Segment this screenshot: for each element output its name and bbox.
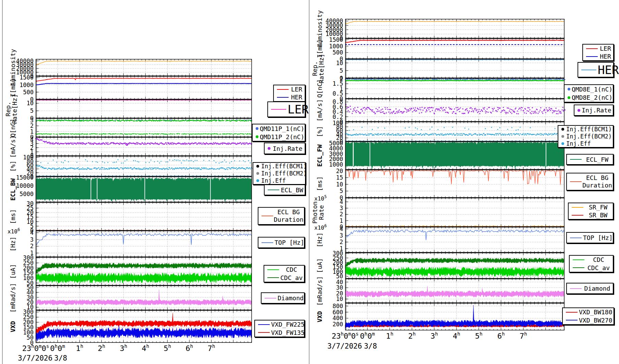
plot-inj-rate [36, 137, 252, 156]
legend-entry: HER [274, 93, 305, 101]
plot-inj-eff [36, 156, 252, 177]
plot-inj-eff [345, 122, 565, 142]
series-VXD_FW225 [36, 326, 252, 341]
legend-entry: Inj.Eff(BCM2) [558, 133, 613, 140]
legend-entry: QMD11P_2(nC) [253, 133, 305, 141]
background-monitor-screen: Luminosity400003000020000100000I[mA]1500… [0, 0, 619, 364]
row-vxd: VXD800600400200 [310, 303, 565, 330]
row-inj-eff: [%]100806040200 [310, 122, 565, 142]
dot-marker-icon [578, 109, 580, 112]
dot-marker-icon [256, 179, 259, 182]
legend-label: TOP [Hz] [582, 234, 614, 241]
legend-entry: Inj.Eff(BCM1) [253, 163, 305, 170]
plot-vxd [36, 310, 252, 343]
legend-entry: HER [583, 52, 613, 60]
plot-diamond [36, 286, 252, 310]
legend-label: ECL_FW [582, 156, 613, 163]
legend-entry: ECL BGDuration [567, 173, 613, 190]
legend-label: Inj.Rate [580, 107, 613, 114]
row-inj-rate: [mA/s]0.80.60.40.20 [310, 99, 565, 122]
tick-label: 2 [310, 239, 343, 245]
series-LER [36, 78, 252, 81]
date-label: 3/7/2026 [327, 342, 362, 350]
series-ECL_FW [345, 142, 564, 169]
series-CDC_av [36, 263, 252, 274]
plot-ecl-bw [36, 177, 252, 202]
series-Luminosity [345, 21, 565, 24]
dot-marker-icon [568, 96, 570, 99]
line-marker-icon [277, 89, 289, 90]
tick-label: 4 [3, 229, 34, 236]
dot-marker-icon [256, 165, 259, 168]
legend-entry: HER [578, 63, 613, 77]
tick-label: 10 [310, 295, 343, 302]
plot-cdc [345, 253, 565, 279]
tick-label: 15000 [3, 174, 34, 181]
line-marker-icon [586, 48, 598, 49]
legend-label: CDC [279, 266, 304, 273]
legend-label: QMD8E_1(nC) [570, 86, 614, 93]
line-marker-icon [262, 216, 273, 216]
row-charge: Q[nC]3210 [3, 118, 252, 137]
tick-label: 20 [310, 168, 343, 174]
tick-label: 200 [310, 321, 343, 328]
legend-label: HER [596, 63, 619, 77]
plot-ecl-bg-duration [345, 170, 565, 198]
tick-label: 500 [310, 49, 343, 56]
tick-label: 1500 [310, 36, 343, 43]
row-top: [Hz]x1064321 [310, 227, 565, 253]
legend-diamond: Diamond [566, 283, 614, 294]
legend-label: QMD11P_1(nC) [258, 125, 306, 132]
x-axis-label: 7h [187, 343, 235, 353]
line-marker-icon [566, 312, 578, 313]
legend-label: Inj.Rate [270, 145, 305, 152]
dot-marker-icon [561, 135, 564, 138]
dot-marker-icon [561, 142, 564, 145]
x-axis-label: 7h [499, 331, 547, 340]
series-Inj.Eff(BCM2) [345, 133, 565, 136]
legend-label: ECL_BW [279, 186, 305, 194]
line-marker-icon [277, 97, 289, 98]
legend-ler-her: LERHER [582, 44, 614, 61]
dot-marker-icon [568, 88, 570, 90]
row-inj-rate: [mA/s]43210 [3, 137, 252, 156]
line-marker-icon [572, 207, 583, 208]
legend-label: Inj.Eff(BCM2) [259, 170, 308, 177]
row-current: I[mA]150010005000 [3, 76, 252, 99]
tick-label: 1000 [310, 161, 343, 168]
legend-inj-eff: Inj.Eff(BCM1)Inj.Eff(BCM2)Inj.Eff [558, 125, 614, 148]
legend-entry: Inj.Eff(BCM2) [253, 170, 305, 177]
legend-entry: Inj.Rate [574, 105, 613, 115]
tick-label: 4 [310, 226, 343, 232]
legend-label: SR_BW [583, 211, 613, 219]
line-marker-icon [268, 190, 279, 190]
row-ecl-bg-duration: [ms]20151050 [310, 170, 565, 198]
tick-label: 1500 [3, 74, 34, 81]
line-marker-icon [573, 259, 584, 260]
row-luminosity: Luminosity400003000020000100000 [310, 19, 565, 38]
tick-label: 3 [310, 205, 343, 211]
row-diamond: [mRad/s]5040302010 [3, 286, 252, 310]
legend-entry: TOP [Hz] [258, 238, 304, 247]
series-LER [345, 40, 565, 43]
legend-label: Inj.Eff [564, 140, 613, 147]
row-photon-rate: PhotonRatex10543210 [310, 198, 565, 227]
tick-label: 1 [310, 217, 343, 224]
legend-label: CDC_av [279, 274, 304, 281]
legend-label: SR_FW [583, 204, 613, 211]
legend-entry: Inj.Eff(BCM1) [558, 126, 613, 133]
row-rep-rate: Rep.Rate[Hz]1050 [3, 99, 252, 118]
dot-marker-icon [256, 127, 258, 130]
legend-ring-big: HER [578, 62, 614, 77]
line-marker-icon [570, 181, 582, 182]
legend-label: HER [598, 53, 613, 60]
line-marker-icon [573, 267, 584, 268]
legend-label: VXD_FW135 [270, 329, 306, 336]
tick-label: 5 [3, 107, 34, 114]
series-ECL_BW [36, 178, 252, 202]
row-current: I[mA]150010005000 [310, 38, 565, 59]
date-label: 3/7/2026 [18, 354, 52, 362]
legend-label: CDC_av [584, 264, 613, 271]
line-marker-icon [258, 332, 270, 333]
line-marker-icon [267, 277, 279, 278]
